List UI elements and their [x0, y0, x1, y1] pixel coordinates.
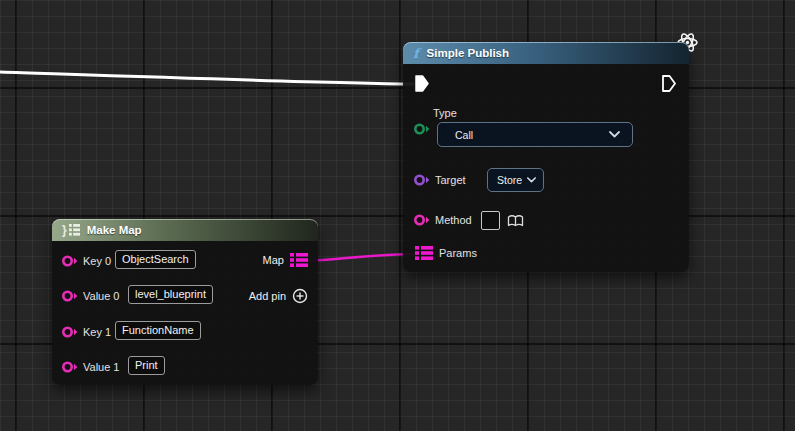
- simple-publish-title: Simple Publish: [427, 47, 509, 59]
- make-map-icon: }: [62, 224, 80, 236]
- key1-label: Key 1: [83, 326, 111, 339]
- key0-pin[interactable]: [61, 254, 78, 268]
- exec-wire[interactable]: [0, 72, 414, 84]
- exec-out-pin[interactable]: [662, 75, 676, 92]
- node-make-map[interactable]: } Make Map Key 0 ObjectSearch Map: [52, 219, 318, 385]
- type-dropdown[interactable]: Call: [437, 122, 633, 147]
- target-dropdown-value: Store: [497, 174, 522, 186]
- map-output-label: Map: [263, 253, 284, 267]
- method-pin-label: Method: [435, 214, 472, 227]
- params-pin-label: Params: [439, 247, 477, 260]
- target-pin[interactable]: [413, 173, 430, 187]
- add-pin-button[interactable]: Add pin: [249, 288, 308, 304]
- key1-pin[interactable]: [61, 325, 78, 339]
- simple-publish-header[interactable]: f Simple Publish: [403, 42, 689, 64]
- value1-label: Value 1: [83, 361, 120, 374]
- make-map-header[interactable]: } Make Map: [52, 219, 318, 241]
- add-pin-label: Add pin: [249, 289, 286, 303]
- method-text-field[interactable]: [481, 211, 500, 230]
- params-data-wire[interactable]: [307, 254, 418, 261]
- value0-label: Value 0: [83, 290, 120, 303]
- function-f-icon: f: [413, 47, 419, 60]
- value1-pin[interactable]: [61, 360, 78, 374]
- value0-text-field[interactable]: level_blueprint: [128, 285, 213, 304]
- book-icon[interactable]: [507, 215, 524, 228]
- exec-in-pin[interactable]: [415, 75, 429, 92]
- chevron-down-icon: [527, 177, 536, 183]
- key0-label: Key 0: [83, 255, 111, 268]
- map-output-pin[interactable]: [290, 253, 308, 267]
- params-map-pin[interactable]: [415, 246, 433, 260]
- type-pin[interactable]: [413, 122, 430, 136]
- method-pin[interactable]: [413, 213, 430, 227]
- node-simple-publish[interactable]: f Simple Publish Type Call Target Store: [403, 42, 689, 272]
- key0-text-field[interactable]: ObjectSearch: [115, 250, 196, 269]
- blueprint-graph-canvas[interactable]: f Simple Publish Type Call Target Store: [0, 0, 795, 431]
- type-pin-label: Type: [433, 107, 457, 120]
- make-map-title: Make Map: [87, 224, 142, 236]
- target-dropdown[interactable]: Store: [487, 168, 544, 192]
- target-pin-label: Target: [435, 174, 466, 187]
- key1-text-field[interactable]: FunctionName: [115, 321, 201, 340]
- value0-pin[interactable]: [61, 289, 78, 303]
- type-dropdown-value: Call: [455, 129, 473, 141]
- add-pin-plus-icon: [292, 288, 308, 304]
- value1-text-field[interactable]: Print: [128, 356, 165, 375]
- chevron-down-icon: [609, 131, 620, 138]
